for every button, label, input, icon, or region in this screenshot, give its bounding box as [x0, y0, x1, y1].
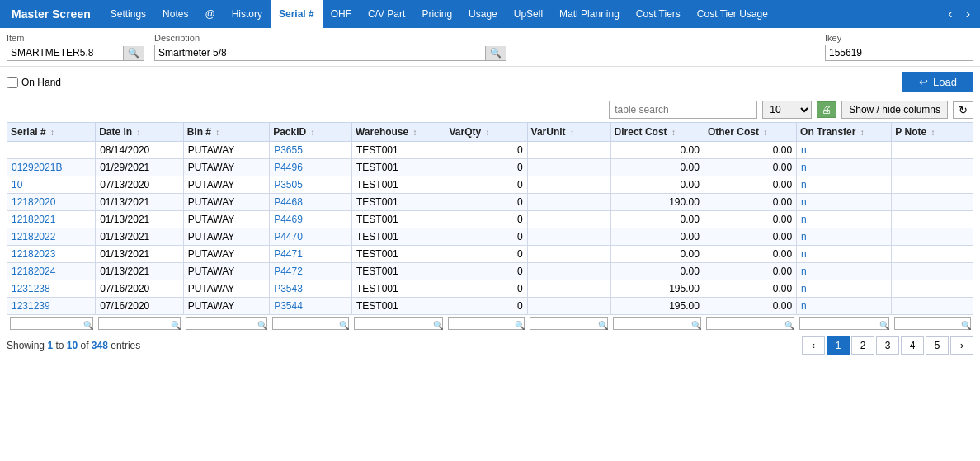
link-serial[interactable]: 12182023 [12, 248, 55, 260]
showing-prefix: Showing [7, 340, 45, 351]
col-bin: Bin # ↕ [183, 123, 270, 142]
cell-direct_cost: 0.00 [610, 142, 704, 159]
nav-settings[interactable]: Settings [102, 0, 154, 28]
link-on_transfer[interactable]: n [801, 144, 807, 156]
description-search-button[interactable]: 🔍 [485, 46, 506, 60]
nav-usage[interactable]: Usage [460, 0, 506, 28]
pagination-prev-button[interactable]: ‹ [802, 336, 825, 355]
link-on_transfer[interactable]: n [801, 300, 807, 312]
filter-search-icon-pack-id: 🔍 [339, 321, 349, 330]
link-pack_id[interactable]: P3543 [274, 283, 303, 294]
table-container: Serial # ↕ Date In ↕ Bin # ↕ PackID ↕ Wa… [0, 122, 980, 332]
cell-serial: 10 [7, 176, 96, 194]
link-pack_id[interactable]: P4469 [274, 214, 303, 225]
item-label: Item [7, 33, 144, 43]
pagination-page-1[interactable]: 1 [827, 336, 850, 355]
nav-serial[interactable]: Serial # [271, 0, 323, 28]
link-on_transfer[interactable]: n [801, 266, 807, 277]
link-pack_id[interactable]: P4468 [274, 196, 303, 208]
cell-warehouse: TEST001 [351, 194, 445, 211]
filter-search-icon-other-cost: 🔍 [784, 321, 794, 330]
cell-direct_cost: 0.00 [610, 159, 704, 176]
cell-other_cost: 0.00 [704, 298, 796, 315]
filter-var-qty-input[interactable] [448, 317, 525, 330]
cell-pack_id: P3544 [270, 298, 352, 315]
link-serial[interactable]: 12182022 [12, 231, 55, 242]
refresh-button[interactable]: ↻ [953, 101, 973, 119]
filter-search-icon-var-unit: 🔍 [598, 321, 608, 330]
nav-pricing[interactable]: Pricing [413, 0, 460, 28]
link-serial[interactable]: 12182021 [12, 214, 55, 225]
link-on_transfer[interactable]: n [801, 283, 807, 294]
filter-on-transfer-input[interactable] [799, 317, 889, 330]
nav-notes[interactable]: Notes [154, 0, 196, 28]
filter-pack-id-input[interactable] [272, 317, 350, 330]
link-pack_id[interactable]: P4472 [274, 266, 303, 277]
filter-direct-cost-input[interactable] [613, 317, 701, 330]
filter-warehouse-input[interactable] [354, 317, 442, 330]
on-hand-label[interactable]: On Hand [7, 77, 61, 88]
nav-cost-tiers[interactable]: Cost Tiers [628, 0, 689, 28]
per-page-select[interactable]: 10 25 50 100 [762, 101, 812, 119]
pagination-page-2[interactable]: 2 [851, 336, 874, 355]
cell-p_note [892, 298, 973, 315]
link-on_transfer[interactable]: n [801, 231, 807, 242]
cell-other_cost: 0.00 [704, 211, 796, 228]
cell-date_in: 07/16/2020 [96, 280, 183, 298]
filter-var-unit-input[interactable] [530, 317, 608, 330]
filter-p-note-input[interactable] [894, 317, 971, 330]
filter-bin-input[interactable] [186, 317, 267, 330]
load-button[interactable]: ↩ Load [902, 72, 973, 92]
excel-export-button[interactable]: 🖨 [817, 101, 836, 118]
link-on_transfer[interactable]: n [801, 214, 807, 225]
filter-other-cost-input[interactable] [706, 317, 794, 330]
filter-serial-input[interactable] [10, 317, 93, 330]
link-pack_id[interactable]: P4496 [274, 162, 303, 173]
item-input[interactable] [7, 45, 123, 60]
link-on_transfer[interactable]: n [801, 179, 807, 191]
sort-icon-date-in: ↕ [137, 128, 141, 137]
link-pack_id[interactable]: P3505 [274, 179, 303, 191]
nav-cvpart[interactable]: C/V Part [360, 0, 413, 28]
pagination-page-5[interactable]: 5 [926, 336, 949, 355]
nav-at[interactable]: @ [196, 0, 223, 28]
link-on_transfer[interactable]: n [801, 162, 807, 173]
link-pack_id[interactable]: P4471 [274, 248, 303, 260]
of-word: of [80, 340, 88, 351]
description-input[interactable] [155, 45, 485, 60]
cell-direct_cost: 190.00 [610, 194, 704, 211]
on-hand-checkbox[interactable] [7, 77, 18, 88]
link-pack_id[interactable]: P3655 [274, 144, 303, 156]
link-on_transfer[interactable]: n [801, 196, 807, 208]
cell-p_note [892, 176, 973, 194]
link-on_transfer[interactable]: n [801, 248, 807, 260]
table-search-input[interactable] [609, 101, 757, 119]
nav-ohf[interactable]: OHF [323, 0, 360, 28]
link-serial[interactable]: 12182020 [12, 196, 55, 208]
nav-history[interactable]: History [224, 0, 271, 28]
link-serial[interactable]: 01292021B [12, 162, 62, 173]
nav-matl-planning[interactable]: Matl Planning [551, 0, 628, 28]
cell-var_qty: 0 [445, 194, 527, 211]
show-hide-columns-button[interactable]: Show / hide columns [841, 101, 948, 119]
cell-direct_cost: 0.00 [610, 228, 704, 246]
cell-bin: PUTAWAY [183, 228, 270, 246]
item-search-button[interactable]: 🔍 [123, 46, 144, 60]
nav-prev-arrow[interactable]: ‹ [941, 0, 959, 28]
link-serial[interactable]: 12182024 [12, 266, 55, 277]
ikey-input[interactable] [825, 45, 973, 61]
link-pack_id[interactable]: P4470 [274, 231, 303, 242]
link-serial[interactable]: 1231238 [12, 283, 50, 294]
nav-upsell[interactable]: UpSell [506, 0, 551, 28]
link-pack_id[interactable]: P3544 [274, 300, 303, 312]
filter-search-icon-bin: 🔍 [257, 321, 267, 330]
filter-date-in-input[interactable] [98, 317, 181, 330]
nav-next-arrow[interactable]: › [959, 0, 977, 28]
pagination-page-3[interactable]: 3 [876, 336, 899, 355]
table-row: 123123807/16/2020PUTAWAYP3543TEST0010195… [7, 280, 973, 298]
pagination-page-4[interactable]: 4 [901, 336, 924, 355]
pagination-next-button[interactable]: › [950, 336, 973, 355]
nav-cost-tier-usage[interactable]: Cost Tier Usage [689, 0, 776, 28]
link-serial[interactable]: 10 [12, 179, 22, 191]
link-serial[interactable]: 1231239 [12, 300, 50, 312]
